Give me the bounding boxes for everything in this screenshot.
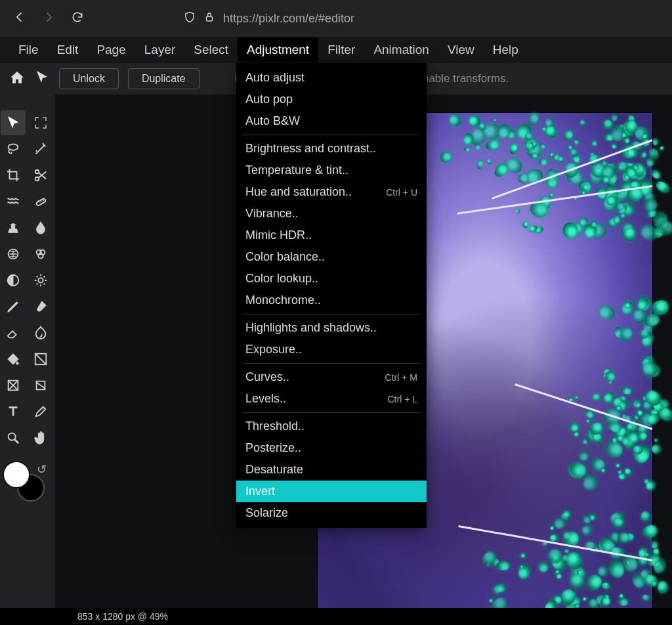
menubar: FileEditPageLayerSelectAdjustmentFilterA… [0,37,672,63]
menu-animation[interactable]: Animation [364,37,438,62]
menuitem-desaturate[interactable]: Desaturate [236,459,427,481]
tool-blur[interactable] [28,215,53,240]
forward-icon[interactable] [42,11,55,26]
foreground-color-swatch[interactable] [3,461,30,488]
menuitem-hue-and-saturation[interactable]: Hue and saturation..Ctrl + U [236,181,427,203]
menu-edit[interactable]: Edit [48,37,88,62]
svg-rect-0 [207,16,213,21]
menuitem-mimic-hdr[interactable]: Mimic HDR.. [236,225,427,246]
svg-point-9 [38,278,43,282]
url-text: https://pixlr.com/e/#editor [223,12,354,26]
menu-separator [243,363,420,364]
tool-magic-wand[interactable] [28,137,53,162]
menuitem-brightness-and-contrast[interactable]: Brightness and contrast.. [236,138,427,160]
cursor-icon[interactable] [34,70,50,88]
adjustment-dropdown: Auto adjustAuto popAuto B&WBrightness an… [236,63,427,528]
tool-text[interactable] [1,399,26,424]
menuitem-auto-pop[interactable]: Auto pop [236,89,427,110]
tool-scissors[interactable] [28,163,53,188]
tool-crop[interactable] [1,163,26,188]
tool-gradient[interactable] [28,347,53,372]
tool-disperse[interactable] [1,242,26,267]
tool-heal[interactable] [28,189,53,214]
menuitem-auto-adjust[interactable]: Auto adjust [236,67,427,89]
tool-arrow[interactable] [1,110,26,135]
menu-select[interactable]: Select [184,37,238,62]
status-bar: 853 x 1280 px @ 49% [0,608,672,625]
swap-colors-icon[interactable]: ↺ [37,462,47,477]
menuitem-vibrance[interactable]: Vibrance.. [236,203,427,225]
menuitem-levels[interactable]: Levels..Ctrl + L [236,388,427,410]
tool-filter-circles[interactable] [28,242,53,267]
menuitem-auto-b-w[interactable]: Auto B&W [236,110,427,132]
tool-frame[interactable] [28,373,53,398]
menuitem-solarize[interactable]: Solarize [236,502,427,524]
shield-icon [184,11,196,26]
menuitem-monochrome[interactable]: Monochrome.. [236,290,427,311]
tool-pan-hand[interactable] [28,425,53,450]
menu-adjustment[interactable]: Adjustment [238,37,318,62]
tool-sharpen-gear[interactable] [28,268,53,293]
menu-separator [243,135,420,135]
tool-paint-brush[interactable] [28,294,53,319]
menuitem-curves[interactable]: Curves..Ctrl + M [236,366,427,388]
menuitem-color-balance[interactable]: Color balance.. [236,246,427,268]
tool-dodge-burn[interactable] [1,268,26,293]
menuitem-temperature-tint[interactable]: Temperature & tint.. [236,160,427,181]
menu-separator [243,412,420,413]
toolbox: ↺ [0,95,55,608]
svg-point-1 [35,170,39,174]
duplicate-button[interactable]: Duplicate [128,68,200,89]
browser-toolbar: https://pixlr.com/e/#editor [0,0,672,37]
svg-point-12 [9,433,16,441]
lock-icon [203,11,215,26]
tool-liquify[interactable] [1,189,26,214]
tool-zoom[interactable] [1,425,26,450]
menuitem-invert[interactable]: Invert [236,481,427,502]
menuitem-threshold[interactable]: Threshold.. [236,416,427,437]
menu-view[interactable]: View [438,37,484,62]
tool-pencil[interactable] [1,294,26,319]
tool-marquee[interactable] [28,110,53,135]
color-swatches[interactable]: ↺ [3,461,55,513]
unlock-button[interactable]: Unlock [59,68,119,89]
menu-layer[interactable]: Layer [135,37,185,62]
menu-separator [243,314,420,314]
status-text: 853 x 1280 px @ 49% [77,611,168,622]
menuitem-color-lookup[interactable]: Color lookup.. [236,268,427,290]
tool-shape[interactable] [1,373,26,398]
tool-lasso[interactable] [1,137,26,162]
back-icon[interactable] [13,11,26,26]
tool-smudge[interactable] [28,320,53,345]
menu-filter[interactable]: Filter [318,37,364,62]
menuitem-posterize[interactable]: Posterize.. [236,437,427,459]
svg-point-2 [35,177,39,181]
address-bar[interactable]: https://pixlr.com/e/#editor [184,11,659,26]
tool-color-picker[interactable] [28,399,53,424]
menu-help[interactable]: Help [484,37,528,62]
tool-fill[interactable] [1,347,26,372]
menuitem-highlights-and-shadows[interactable]: Highlights and shadows.. [236,317,427,339]
menu-page[interactable]: Page [87,37,135,62]
tool-clone-stamp[interactable] [1,215,26,240]
home-icon[interactable] [9,70,25,88]
menu-file[interactable]: File [9,37,48,62]
svg-rect-3 [36,198,46,206]
tool-eraser[interactable] [1,320,26,345]
menuitem-exposure[interactable]: Exposure.. [236,339,427,360]
reload-icon[interactable] [71,11,84,26]
